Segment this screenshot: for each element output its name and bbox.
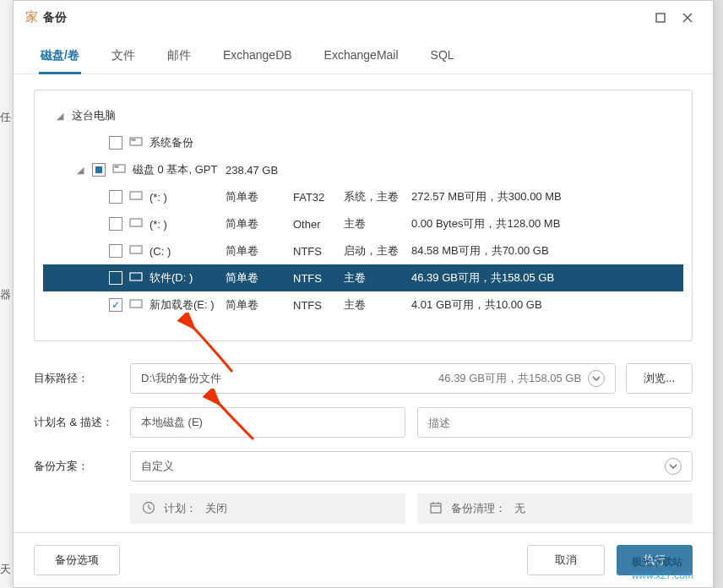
footer: 备份选项 取消 执行 (14, 532, 713, 587)
tree-system-backup[interactable]: 系统备份 (43, 129, 683, 156)
plan-name-field[interactable] (141, 416, 394, 429)
disk-icon (129, 137, 144, 150)
dest-free-space: 46.39 GB可用，共158.05 GB (438, 371, 581, 386)
scheme-value: 自定义 (141, 459, 665, 474)
close-icon (682, 13, 693, 23)
dest-input[interactable]: 46.39 GB可用，共158.05 GB (130, 363, 616, 394)
plan-desc-field[interactable] (428, 416, 682, 429)
bg-char: 任 (0, 110, 13, 135)
maximize-button[interactable] (647, 6, 674, 30)
watermark-url: www.xz7.com (632, 569, 693, 581)
svg-rect-13 (431, 504, 441, 513)
tab-exchangedb[interactable]: ExchangeDB (221, 43, 294, 74)
logo-icon: 家 (25, 9, 38, 25)
tree-label: 系统备份 (149, 135, 251, 150)
tree-root[interactable]: ◢ 这台电脑 (43, 102, 683, 129)
volume-icon (129, 272, 144, 285)
checkbox[interactable] (109, 217, 122, 231)
volume-icon (129, 245, 144, 258)
backup-dialog: 家 备份 磁盘/卷 文件 邮件 ExchangeDB ExchangeMail … (13, 0, 714, 588)
plan-name-input[interactable] (130, 407, 405, 438)
bg-char: 器 (0, 287, 13, 313)
dest-input-field[interactable] (141, 373, 438, 385)
cleanup-info[interactable]: 备份清理： 无 (417, 493, 693, 524)
info-row: 计划： 关闭 备份清理： 无 (130, 493, 693, 524)
browse-button[interactable]: 浏览... (626, 363, 693, 394)
schedule-value: 关闭 (205, 501, 227, 516)
calendar-icon (429, 501, 443, 517)
watermark: 极光下载站 www.xz7.com (632, 555, 693, 581)
volume-icon (129, 191, 144, 204)
svg-rect-4 (132, 139, 135, 140)
checkbox[interactable] (109, 136, 122, 150)
cleanup-label: 备份清理： (451, 501, 506, 516)
svg-rect-9 (130, 246, 142, 253)
tree-volume-row-selected[interactable]: 软件(D: ) 简单卷 NTFS 主卷 46.39 GB可用，共158.05 G… (43, 264, 683, 291)
tree-label: 磁盘 0 基本, GPT (133, 162, 226, 177)
tree-root-label: 这台电脑 (72, 108, 173, 123)
cleanup-value: 无 (514, 501, 525, 516)
svg-rect-10 (130, 273, 142, 280)
scheme-select[interactable]: 自定义 (130, 451, 693, 482)
backup-options-button[interactable]: 备份选项 (34, 545, 120, 575)
close-button[interactable] (674, 6, 701, 30)
watermark-brand: 极光下载站 (632, 556, 682, 568)
square-icon (655, 13, 666, 23)
tab-file[interactable]: 文件 (110, 43, 137, 74)
titlebar: 家 备份 (14, 1, 713, 35)
schedule-info[interactable]: 计划： 关闭 (130, 493, 405, 524)
content-area: ◢ 这台电脑 系统备份 ◢ 磁盘 0 基本, GPT 238.47 GB (*:… (14, 74, 713, 539)
chevron-down-icon[interactable] (665, 458, 682, 475)
tab-exchangemail[interactable]: ExchangeMail (323, 43, 400, 74)
tab-sql[interactable]: SQL (429, 43, 456, 74)
svg-rect-7 (130, 192, 142, 199)
scheme-row: 备份方案： 自定义 (34, 451, 693, 482)
dest-label: 目标路径： (34, 371, 130, 386)
bg-char: 天 (0, 562, 13, 587)
clock-icon (142, 501, 155, 517)
checkbox[interactable] (92, 163, 106, 177)
plan-label: 计划名 & 描述： (34, 415, 130, 430)
tree-volume-row[interactable]: 新加载卷(E: ) 简单卷 NTFS 主卷 4.01 GB可用，共10.00 G… (43, 291, 683, 318)
window-title: 备份 (43, 10, 647, 25)
tree-volume-row[interactable]: (*: ) 简单卷 FAT32 系统，主卷 272.57 MB可用，共300.0… (43, 183, 683, 210)
volume-icon (129, 218, 144, 231)
svg-rect-5 (113, 165, 125, 172)
schedule-label: 计划： (164, 501, 197, 516)
tree-size: 238.47 GB (226, 164, 293, 177)
svg-rect-6 (115, 166, 118, 167)
checkbox[interactable] (109, 190, 122, 204)
scheme-label: 备份方案： (34, 459, 130, 474)
collapse-icon[interactable]: ◢ (73, 165, 87, 176)
svg-rect-3 (130, 138, 142, 145)
plan-row: 计划名 & 描述： (34, 407, 693, 438)
checkbox[interactable] (109, 298, 122, 312)
dest-row: 目标路径： 46.39 GB可用，共158.05 GB 浏览... (34, 363, 693, 394)
tree-disk0[interactable]: ◢ 磁盘 0 基本, GPT 238.47 GB (43, 156, 683, 183)
tab-mail[interactable]: 邮件 (166, 43, 193, 74)
disk-icon (112, 164, 128, 177)
svg-rect-0 (656, 14, 665, 22)
volume-icon (129, 299, 144, 312)
chevron-down-icon[interactable] (588, 370, 605, 387)
tree-volume-row[interactable]: (*: ) 简单卷 Other 主卷 0.00 Bytes可用，共128.00 … (43, 210, 683, 237)
checkbox[interactable] (109, 271, 122, 285)
checkbox[interactable] (109, 244, 122, 258)
svg-rect-11 (130, 300, 142, 308)
tab-disk-volume[interactable]: 磁盘/卷 (39, 43, 81, 74)
tab-bar: 磁盘/卷 文件 邮件 ExchangeDB ExchangeMail SQL (14, 35, 713, 74)
form-area: 目标路径： 46.39 GB可用，共158.05 GB 浏览... 计划名 & … (34, 363, 693, 524)
collapse-icon[interactable]: ◢ (53, 111, 67, 122)
plan-desc-input[interactable] (417, 407, 693, 438)
source-tree: ◢ 这台电脑 系统备份 ◢ 磁盘 0 基本, GPT 238.47 GB (*:… (34, 90, 693, 341)
tree-volume-row[interactable]: (C: ) 简单卷 NTFS 启动，主卷 84.58 MB可用，共70.00 G… (43, 237, 683, 264)
svg-rect-8 (130, 219, 142, 226)
cancel-button[interactable]: 取消 (527, 545, 605, 575)
